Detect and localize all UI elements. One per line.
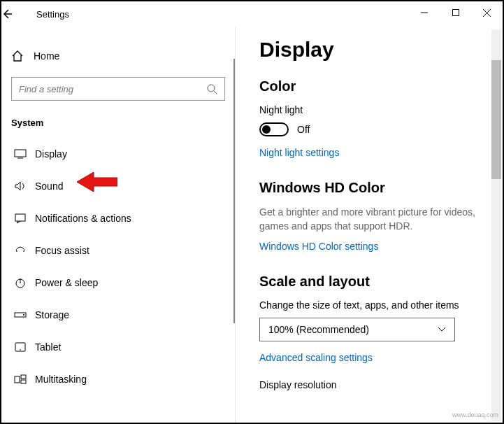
sound-icon: [11, 181, 29, 192]
hd-color-settings-link[interactable]: Windows HD Color settings: [259, 241, 378, 252]
scale-heading: Scale and layout: [259, 274, 482, 290]
sidebar: Home System Display Sound Notifications …: [1, 27, 236, 423]
nav-sound[interactable]: Sound: [11, 170, 225, 202]
home-nav[interactable]: Home: [11, 42, 225, 70]
svg-rect-6: [15, 150, 26, 157]
chevron-down-icon: [438, 327, 446, 332]
svg-rect-17: [21, 380, 26, 383]
home-icon: [11, 50, 29, 62]
display-icon: [11, 148, 29, 160]
svg-point-4: [208, 85, 215, 92]
multitasking-icon: [11, 374, 29, 385]
svg-rect-1: [452, 10, 459, 16]
nav-multitasking[interactable]: Multitasking: [11, 363, 225, 395]
storage-icon: [11, 311, 29, 319]
svg-rect-16: [21, 375, 26, 379]
hd-color-desc: Get a brighter and more vibrant picture …: [259, 206, 482, 233]
color-heading: Color: [259, 78, 482, 94]
nav-focus-assist[interactable]: Focus assist: [11, 234, 225, 267]
nav-notifications[interactable]: Notifications & actions: [11, 202, 225, 234]
advanced-scaling-link[interactable]: Advanced scaling settings: [259, 352, 373, 363]
svg-point-14: [20, 349, 21, 351]
watermark: www.deuaq.com: [452, 411, 498, 418]
nav-storage[interactable]: Storage: [11, 299, 225, 331]
page-title: Display: [259, 38, 482, 62]
night-light-state: Off: [297, 124, 310, 135]
focus-assist-icon: [11, 245, 29, 256]
search-box[interactable]: [11, 77, 225, 101]
hd-color-heading: Windows HD Color: [259, 180, 482, 196]
svg-rect-15: [15, 376, 20, 383]
nav-display[interactable]: Display: [11, 138, 225, 170]
minimize-button[interactable]: [408, 1, 440, 24]
back-button[interactable]: [1, 8, 29, 20]
svg-rect-8: [15, 214, 25, 221]
maximize-button[interactable]: [440, 1, 471, 24]
tablet-icon: [11, 341, 29, 353]
night-light-toggle[interactable]: [259, 122, 289, 136]
sidebar-scroll-indicator: [233, 59, 235, 323]
scale-label: Change the size of text, apps, and other…: [259, 299, 482, 311]
night-light-label: Night light: [259, 104, 482, 115]
nav-power-sleep[interactable]: Power & sleep: [11, 267, 225, 299]
close-button[interactable]: [471, 1, 503, 24]
display-resolution-label: Display resolution: [259, 379, 482, 390]
scale-select[interactable]: 100% (Recommended): [259, 318, 455, 341]
svg-line-5: [214, 91, 217, 94]
search-input[interactable]: [19, 84, 206, 94]
power-icon: [11, 277, 29, 288]
category-heading: System: [11, 118, 225, 128]
scrollbar-thumb[interactable]: [491, 60, 501, 179]
main-panel: Display Color Night light Off Night ligh…: [236, 27, 503, 423]
svg-point-12: [23, 314, 24, 316]
window-title: Settings: [36, 9, 69, 20]
scale-value: 100% (Recommended): [268, 324, 369, 335]
search-icon: [206, 83, 217, 94]
notifications-icon: [11, 213, 29, 224]
home-label: Home: [34, 50, 59, 62]
night-light-settings-link[interactable]: Night light settings: [259, 147, 339, 158]
nav-tablet[interactable]: Tablet: [11, 331, 225, 363]
